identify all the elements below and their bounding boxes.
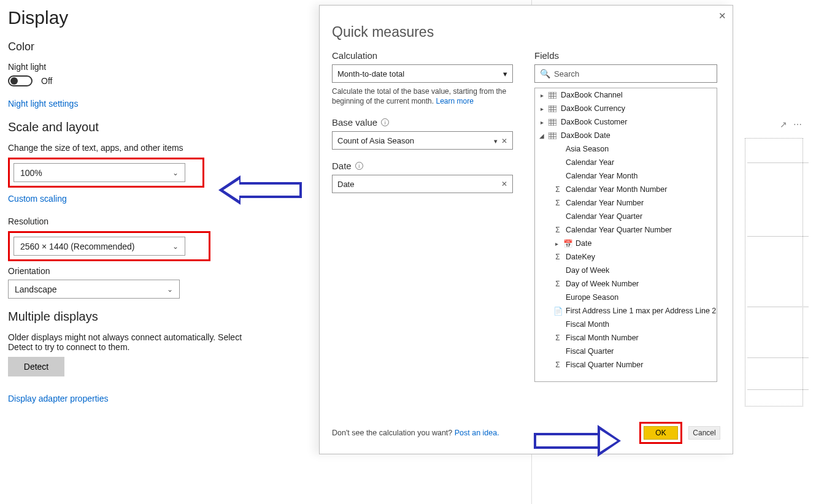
- field-name: Calendar Year Month Number: [566, 185, 667, 194]
- close-icon[interactable]: ✕: [718, 10, 726, 21]
- custom-scaling-link[interactable]: Custom scaling: [8, 194, 67, 204]
- sigma-icon: Σ: [553, 334, 562, 342]
- field-name: DateKey: [566, 253, 595, 261]
- date-field-text: Date: [337, 180, 354, 189]
- sigma-icon: Σ: [553, 280, 562, 288]
- date-field[interactable]: Date ✕: [332, 175, 513, 193]
- caret-right-icon[interactable]: ▸: [539, 105, 545, 112]
- field-name: Fiscal Month Number: [566, 334, 639, 342]
- fields-tree[interactable]: ▸DaxBook Channel▸DaxBook Currency▸DaxBoo…: [534, 88, 717, 382]
- field-name: Calendar Year Quarter: [566, 212, 642, 221]
- caret-down-icon: ▾: [503, 69, 507, 78]
- table-row[interactable]: ▸DaxBook Channel: [535, 88, 717, 102]
- field-row[interactable]: Calendar Year: [535, 156, 717, 169]
- field-row[interactable]: Fiscal Month: [535, 318, 717, 331]
- info-icon[interactable]: i: [355, 162, 363, 170]
- clear-icon[interactable]: ✕: [501, 137, 507, 145]
- table-icon: [548, 92, 557, 99]
- post-idea-link[interactable]: Post an idea.: [455, 429, 499, 437]
- field-name: Date: [575, 239, 591, 248]
- calculation-description: Calculate the total of the base value, s…: [332, 86, 510, 106]
- date-hierarchy-icon: 📅: [563, 239, 572, 248]
- callout-arrow-scale: [218, 175, 304, 205]
- field-row[interactable]: ΣFiscal Quarter Number: [535, 358, 717, 372]
- table-row[interactable]: ▸DaxBook Customer: [535, 115, 717, 129]
- display-adapter-link[interactable]: Display adapter properties: [8, 394, 108, 403]
- caret-right-icon[interactable]: ▸: [539, 119, 545, 126]
- svg-rect-0: [548, 92, 556, 99]
- calculation-dropdown-value: Month-to-date total: [337, 69, 404, 78]
- base-value-label: Base value: [332, 117, 377, 128]
- display-settings-pane: Display Color Night light Off Night ligh…: [8, 7, 302, 404]
- clear-icon[interactable]: ✕: [501, 180, 507, 188]
- resolution-dropdown[interactable]: 2560 × 1440 (Recommended) ⌄: [13, 237, 185, 256]
- night-light-settings-link[interactable]: Night light settings: [8, 99, 78, 109]
- field-row[interactable]: ΣDay of Week Number: [535, 277, 717, 291]
- field-row[interactable]: ΣCalendar Year Month Number: [535, 183, 717, 196]
- sigma-icon: Σ: [553, 361, 562, 369]
- caret-right-icon[interactable]: ▸: [539, 92, 545, 99]
- field-row[interactable]: ΣCalendar Year Number: [535, 196, 717, 210]
- measure-icon: 📄: [553, 307, 562, 316]
- popup-icon[interactable]: ↗: [780, 120, 787, 129]
- field-name: Asia Season: [566, 145, 609, 153]
- cancel-button[interactable]: Cancel: [688, 426, 720, 440]
- chevron-down-icon: ⌄: [172, 169, 179, 177]
- field-name: Day of Week Number: [566, 280, 639, 288]
- info-icon[interactable]: i: [381, 118, 389, 126]
- detect-button[interactable]: Detect: [8, 357, 64, 376]
- search-icon: 🔍: [540, 69, 550, 78]
- field-name: Fiscal Quarter Number: [566, 361, 643, 369]
- table-name: DaxBook Date: [561, 131, 610, 140]
- chevron-down-icon: ⌄: [172, 242, 179, 251]
- orientation-dropdown[interactable]: Landscape ⌄: [8, 280, 180, 299]
- table-row[interactable]: ◢DaxBook Date: [535, 129, 717, 142]
- field-row[interactable]: ▸📅Date: [535, 237, 717, 250]
- field-row[interactable]: Day of Week: [535, 264, 717, 277]
- field-row[interactable]: ΣFiscal Month Number: [535, 331, 717, 345]
- field-row[interactable]: ΣDateKey: [535, 250, 717, 264]
- field-row[interactable]: Calendar Year Quarter: [535, 210, 717, 223]
- sigma-icon: Σ: [553, 185, 562, 194]
- field-row[interactable]: 📄First Address Line 1 max per Address Li…: [535, 304, 717, 318]
- field-name: Calendar Year Quarter Number: [566, 226, 672, 234]
- field-row[interactable]: Europe Season: [535, 291, 717, 304]
- field-name: Fiscal Quarter: [566, 347, 614, 356]
- caret-down-icon: ▾: [494, 137, 498, 145]
- table-icon: [548, 132, 557, 139]
- highlight-ok: OK: [639, 422, 682, 444]
- orientation-dropdown-value: Landscape: [15, 284, 57, 294]
- base-value-field[interactable]: Count of Asia Season ▾✕: [332, 131, 513, 150]
- field-name: Calendar Year: [566, 158, 614, 167]
- orientation-label: Orientation: [8, 266, 302, 276]
- callout-arrow-ok: [534, 425, 626, 457]
- footer-prompt: Don't see the calculation you want? Post…: [332, 429, 499, 437]
- field-row[interactable]: Calendar Year Month: [535, 169, 717, 183]
- sigma-icon: Σ: [553, 226, 562, 234]
- more-icon[interactable]: ⋯: [793, 120, 802, 129]
- resolution-label: Resolution: [8, 216, 302, 226]
- night-light-toggle[interactable]: [8, 75, 33, 86]
- field-row[interactable]: Asia Season: [535, 142, 717, 156]
- field-name: Fiscal Month: [566, 320, 609, 329]
- calculation-label: Calculation: [332, 50, 516, 61]
- night-light-state: Off: [41, 76, 52, 86]
- fields-search-input[interactable]: 🔍 Search: [534, 64, 717, 83]
- scale-dropdown[interactable]: 100% ⌄: [13, 163, 185, 182]
- calculation-dropdown[interactable]: Month-to-date total ▾: [332, 64, 513, 83]
- quick-measures-dialog: ✕ Quick measures Calculation Month-to-da…: [319, 5, 733, 454]
- color-heading: Color: [8, 40, 302, 53]
- caret-down-icon[interactable]: ◢: [539, 132, 545, 139]
- field-row[interactable]: ΣCalendar Year Quarter Number: [535, 223, 717, 237]
- page-title: Display: [8, 7, 302, 28]
- ok-button[interactable]: OK: [644, 426, 678, 440]
- learn-more-link[interactable]: Learn more: [436, 97, 473, 105]
- scale-label: Change the size of text, apps, and other…: [8, 143, 302, 153]
- table-icon: [548, 105, 557, 112]
- highlight-resolution: 2560 × 1440 (Recommended) ⌄: [8, 231, 210, 261]
- caret-right-icon[interactable]: ▸: [553, 240, 560, 247]
- svg-rect-5: [548, 105, 556, 112]
- table-row[interactable]: ▸DaxBook Currency: [535, 102, 717, 115]
- calculation-column: Calculation Month-to-date total ▾ Calcul…: [332, 50, 516, 382]
- field-row[interactable]: Fiscal Quarter: [535, 345, 717, 358]
